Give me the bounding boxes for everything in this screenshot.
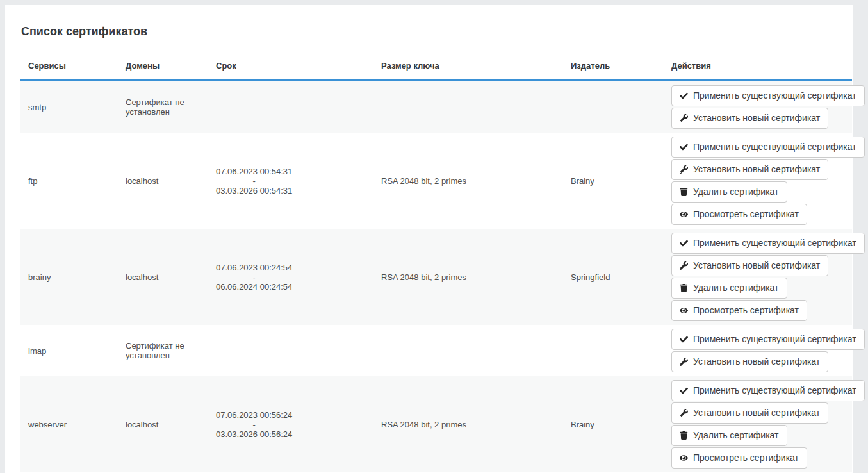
issuer-value: Springfield (571, 272, 610, 282)
button-label: Применить существующий сертификат (693, 142, 856, 152)
button-label: Применить существующий сертификат (693, 91, 856, 101)
term-block: 07.06.2023 00:56:24 - 03.03.2026 00:56:2… (216, 410, 292, 439)
button-label: Применить существующий сертификат (693, 238, 856, 248)
term-cell: 07.06.2023 00:56:24 - 03.03.2026 00:56:2… (208, 376, 373, 472)
actions-cell: Применить существующий сертификат Устано… (664, 325, 852, 376)
install-certificate-button[interactable]: Установить новый сертификат (671, 108, 828, 129)
button-label: Применить существующий сертификат (693, 386, 856, 395)
term-block: 07.06.2023 00:54:31 - 03.03.2026 00:54:3… (216, 167, 292, 195)
view-certificate-button[interactable]: Просмотреть сертификат (671, 447, 807, 469)
column-header-services: Сервисы (20, 38, 118, 81)
column-header-keysize: Размер ключа (373, 38, 563, 81)
domain-cell: Сертификат не установлен (118, 325, 208, 376)
issuer-value: Brainy (571, 176, 594, 186)
wrench-icon (680, 114, 688, 122)
issuer-cell: Brainy (563, 133, 664, 229)
table-row: ftp localhost 07.06.2023 00:54:31 - 03.0… (20, 133, 852, 229)
button-label: Установить новый сертификат (693, 408, 820, 418)
button-label: Применить существующий сертификат (693, 335, 856, 344)
delete-certificate-button[interactable]: Удалить сертификат (671, 425, 787, 446)
install-certificate-button[interactable]: Установить новый сертификат (671, 402, 828, 424)
page-title: Список сертификатов (21, 25, 853, 38)
column-label: Размер ключа (381, 61, 439, 71)
service-cell: ftp (20, 133, 118, 229)
content-card: Список сертификатов Сервисы Домены Срок … (5, 5, 853, 473)
actions-cell: Применить существующий сертификат Устано… (664, 229, 852, 325)
keysize-cell (373, 81, 563, 133)
install-certificate-button[interactable]: Установить новый сертификат (671, 159, 828, 180)
actions-cell: Применить существующий сертификат Устано… (664, 81, 852, 133)
term-from: 07.06.2023 00:24:54 (216, 263, 292, 272)
table-row: imap Сертификат не установлен Применить … (20, 325, 852, 376)
trash-icon (680, 188, 688, 196)
table-row: smtp Сертификат не установлен Применить … (20, 81, 852, 133)
term-to: 06.06.2024 00:24:54 (216, 282, 292, 292)
domain-value: Сертификат не установлен (126, 97, 184, 117)
actions-cell: Применить существующий сертификат Устано… (664, 133, 852, 229)
term-separator: - (216, 420, 292, 429)
domain-cell: localhost (118, 376, 208, 472)
install-certificate-button[interactable]: Установить новый сертификат (671, 255, 828, 276)
button-label: Установить новый сертификат (693, 165, 820, 174)
column-label: Действия (671, 61, 711, 71)
term-from: 07.06.2023 00:56:24 (216, 410, 292, 420)
check-icon (680, 239, 688, 247)
term-cell: 07.06.2023 00:54:31 - 03.03.2026 00:54:3… (208, 133, 373, 229)
domain-cell: localhost (118, 229, 208, 325)
wrench-icon (680, 409, 688, 417)
button-label: Просмотреть сертификат (693, 210, 799, 219)
domain-value: localhost (126, 420, 158, 429)
view-certificate-button[interactable]: Просмотреть сертификат (671, 300, 807, 321)
domain-cell: localhost (118, 133, 208, 229)
install-certificate-button[interactable]: Установить новый сертификат (671, 351, 828, 372)
term-cell: 07.06.2023 00:24:54 - 06.06.2024 00:24:5… (208, 229, 373, 325)
eye-icon (680, 210, 688, 219)
service-value: imap (28, 346, 46, 356)
button-label: Просмотреть сертификат (693, 306, 799, 315)
keysize-cell (373, 325, 563, 376)
wrench-icon (680, 358, 688, 366)
issuer-cell (563, 81, 664, 133)
view-certificate-button[interactable]: Просмотреть сертификат (671, 204, 807, 225)
wrench-icon (680, 261, 688, 270)
term-to: 03.03.2026 00:54:31 (216, 186, 292, 195)
delete-certificate-button[interactable]: Удалить сертификат (671, 278, 787, 299)
button-label: Удалить сертификат (693, 431, 779, 440)
trash-icon (680, 284, 688, 292)
table-header-row: Сервисы Домены Срок Размер ключа Издател… (20, 38, 852, 81)
apply-certificate-button[interactable]: Применить существующий сертификат (671, 233, 865, 254)
service-cell: brainy (20, 229, 118, 325)
apply-certificate-button[interactable]: Применить существующий сертификат (671, 380, 865, 401)
column-header-domains: Домены (118, 38, 208, 81)
apply-certificate-button[interactable]: Применить существующий сертификат (671, 137, 865, 158)
button-label: Установить новый сертификат (693, 113, 820, 123)
domain-cell: Сертификат не установлен (118, 81, 208, 133)
keysize-value: RSA 2048 bit, 2 primes (381, 272, 466, 282)
term-block: 07.06.2023 00:24:54 - 06.06.2024 00:24:5… (216, 263, 292, 292)
apply-certificate-button[interactable]: Применить существующий сертификат (671, 85, 865, 106)
service-value: ftp (28, 176, 37, 186)
keysize-cell: RSA 2048 bit, 2 primes (373, 229, 563, 325)
table-row: brainy localhost 07.06.2023 00:24:54 - 0… (20, 229, 852, 325)
delete-certificate-button[interactable]: Удалить сертификат (671, 181, 787, 203)
term-cell (208, 81, 373, 133)
keysize-value: RSA 2048 bit, 2 primes (381, 176, 466, 186)
domain-value: Сертификат не установлен (126, 341, 184, 360)
issuer-cell: Springfield (563, 229, 664, 325)
eye-icon (680, 306, 688, 315)
trash-icon (680, 431, 688, 440)
table-row: webserver localhost 07.06.2023 00:56:24 … (20, 376, 852, 472)
service-cell: webserver (20, 376, 118, 472)
apply-certificate-button[interactable]: Применить существующий сертификат (671, 329, 865, 350)
service-value: webserver (28, 420, 67, 429)
service-cell: imap (20, 325, 118, 376)
issuer-cell (563, 325, 664, 376)
keysize-value: RSA 2048 bit, 2 primes (381, 420, 466, 429)
term-separator: - (216, 176, 292, 186)
column-header-issuer: Издатель (563, 38, 664, 81)
term-from: 07.06.2023 00:54:31 (216, 167, 292, 176)
table-body: smtp Сертификат не установлен Применить … (20, 81, 852, 473)
keysize-cell: RSA 2048 bit, 2 primes (373, 133, 563, 229)
domain-value: localhost (126, 272, 158, 282)
wrench-icon (680, 165, 688, 174)
